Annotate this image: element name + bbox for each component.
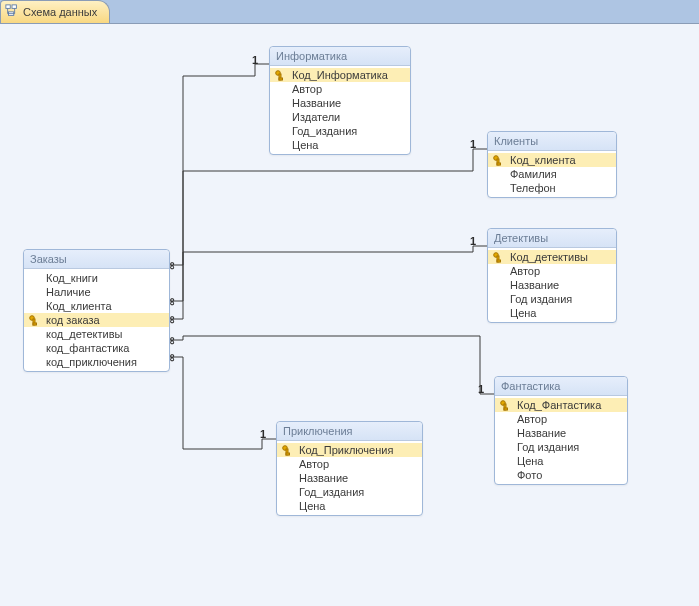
entity-title: Клиенты [488,132,616,151]
svg-rect-1 [12,5,16,9]
entity-klienty[interactable]: Клиенты Код_клиента Фамилия Телефон [487,131,617,198]
svg-rect-20 [286,453,290,455]
field[interactable]: Год издания [488,292,616,306]
field[interactable]: Автор [488,264,616,278]
field[interactable]: Автор [270,82,410,96]
field[interactable]: Код_книги [24,271,169,285]
field[interactable]: Наличие [24,285,169,299]
svg-rect-8 [279,78,283,80]
field-pk[interactable]: Код_клиента [488,153,616,167]
field-pk[interactable]: код заказа [24,313,169,327]
field[interactable]: Цена [277,499,422,513]
field[interactable]: Год_издания [277,485,422,499]
field[interactable]: Цена [495,454,627,468]
field[interactable]: код_фантастика [24,341,169,355]
entity-body: Код_Информатика Автор Название Издатели … [270,66,410,154]
entity-informatika[interactable]: Информатика Код_Информатика Автор Назван… [269,46,411,155]
svg-rect-0 [6,5,10,9]
field[interactable]: Фамилия [488,167,616,181]
field[interactable]: Название [277,471,422,485]
field-pk[interactable]: Код_Информатика [270,68,410,82]
entity-title: Заказы [24,250,169,269]
card-one: 1 [252,54,258,66]
field[interactable]: код_детективы [24,327,169,341]
entity-body: Код_детективы Автор Название Год издания… [488,248,616,322]
entity-title: Фантастика [495,377,627,396]
entity-body: Код_клиента Фамилия Телефон [488,151,616,197]
entity-title: Информатика [270,47,410,66]
svg-rect-11 [497,163,501,165]
tab-title: Схема данных [23,6,97,18]
field[interactable]: Издатели [270,110,410,124]
field[interactable]: Автор [277,457,422,471]
tab-strip: Схема данных [0,0,699,22]
field[interactable]: Год_издания [270,124,410,138]
entity-body: Код_книги Наличие Код_клиента код заказа… [24,269,169,371]
field[interactable]: Автор [495,412,627,426]
field[interactable]: Название [270,96,410,110]
entity-detektivy[interactable]: Детективы Код_детективы Автор Название Г… [487,228,617,323]
card-one: 1 [470,235,476,247]
field[interactable]: Название [488,278,616,292]
field[interactable]: Код_клиента [24,299,169,313]
key-icon [275,70,287,82]
field[interactable]: Цена [270,138,410,152]
relationships-canvas[interactable]: ∞ ∞ ∞ ∞ ∞ 1 1 1 1 1 Заказы Код_книги Нал… [0,23,699,606]
svg-rect-14 [497,260,501,262]
key-icon [493,155,505,167]
key-icon [493,252,505,264]
field-pk[interactable]: Код_Фантастика [495,398,627,412]
field[interactable]: Год издания [495,440,627,454]
entity-fantastika[interactable]: Фантастика Код_Фантастика Автор Название… [494,376,628,485]
field[interactable]: код_приключения [24,355,169,369]
field-pk[interactable]: Код_детективы [488,250,616,264]
field[interactable]: Телефон [488,181,616,195]
svg-rect-5 [33,323,37,325]
field[interactable]: Цена [488,306,616,320]
svg-rect-17 [504,408,508,410]
key-icon [500,400,512,412]
card-one: 1 [470,138,476,150]
schema-icon [5,4,19,18]
card-one: 1 [478,383,484,395]
key-icon [29,315,41,327]
card-one: 1 [260,428,266,440]
key-icon [282,445,294,457]
entity-title: Приключения [277,422,422,441]
tab-schema[interactable]: Схема данных [0,0,110,24]
entity-zakazy[interactable]: Заказы Код_книги Наличие Код_клиента код… [23,249,170,372]
field[interactable]: Фото [495,468,627,482]
entity-body: Код_Фантастика Автор Название Год издани… [495,396,627,484]
field-pk[interactable]: Код_Приключения [277,443,422,457]
entity-priklyucheniya[interactable]: Приключения Код_Приключения Автор Назван… [276,421,423,516]
entity-body: Код_Приключения Автор Название Год_издан… [277,441,422,515]
field[interactable]: Название [495,426,627,440]
entity-title: Детективы [488,229,616,248]
